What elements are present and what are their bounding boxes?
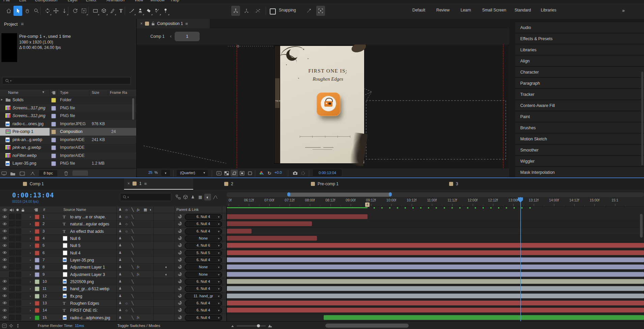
parent-link-dropdown[interactable]: 6. Null 4▾ <box>185 300 222 306</box>
parent-link-dropdown[interactable]: 5. Null 5▾ <box>185 250 222 256</box>
pan-camera-tool[interactable] <box>52 6 60 16</box>
layer-twirl-icon[interactable]: › <box>30 286 31 291</box>
layer-eye-toggle[interactable] <box>2 279 7 284</box>
layer-solo-cell[interactable] <box>16 257 21 263</box>
breadcrumb-back-icon[interactable]: ‹ <box>170 33 172 39</box>
layer-shy-icon[interactable]: ♟ <box>119 251 122 254</box>
twirl-icon[interactable]: ▸ <box>1 98 3 101</box>
parent-link-dropdown[interactable]: 6. Null 4▾ <box>185 257 222 263</box>
home-tool[interactable] <box>4 6 13 16</box>
layer-audio-cell[interactable] <box>9 272 15 277</box>
panel-tab-smoother[interactable]: Smoother <box>515 145 644 156</box>
layer-name[interactable]: Adjustment Layer 3 <box>70 272 105 277</box>
layer-twirl-icon[interactable]: › <box>30 236 31 240</box>
panel-tab-tracker[interactable]: Tracker <box>515 89 644 100</box>
pickwhip-icon[interactable] <box>178 250 182 255</box>
menu-item-window[interactable]: Window <box>150 0 165 2</box>
layer-collapse-icon[interactable]: ☼ <box>125 222 128 226</box>
project-row-1[interactable]: ▸SolidsFolder <box>0 96 136 104</box>
zoom-in-mountain-icon[interactable] <box>267 323 273 328</box>
layer-quality-icon[interactable]: ╲ <box>131 279 134 283</box>
breadcrumb-current[interactable]: 1 <box>175 32 200 41</box>
layer-collapse-icon[interactable]: ☼ <box>125 308 128 312</box>
new-composition-icon[interactable] <box>19 171 26 176</box>
project-scrollbar[interactable] <box>132 98 134 120</box>
menu-item-composition[interactable]: Composition <box>35 0 58 2</box>
layer-solo-cell[interactable] <box>16 307 21 313</box>
resolution-dropdown[interactable]: (Quarter)▾ <box>177 170 208 176</box>
pickwhip-icon[interactable] <box>178 272 182 276</box>
layer-eye-toggle[interactable] <box>2 243 7 248</box>
zoom-dropdown[interactable]: ▾ <box>161 170 170 176</box>
pickwhip-icon[interactable] <box>178 265 182 269</box>
panel-tab-mask-interpolation[interactable]: Mask Interpolation <box>515 167 644 178</box>
delete-icon[interactable] <box>63 171 69 176</box>
pickwhip-icon[interactable] <box>178 294 182 298</box>
zoom-tool[interactable] <box>32 6 41 16</box>
camera-frame-tool[interactable] <box>80 6 88 16</box>
layer-label-chip[interactable] <box>35 279 39 284</box>
layer-row-1[interactable]: ›1Tto any ...e or shape.♟☼╲6. Null 4▾ <box>0 213 644 220</box>
layer-name[interactable]: hand_gr...d-512.webp <box>70 286 109 291</box>
label-chip[interactable] <box>51 106 56 111</box>
selection-tool[interactable] <box>13 6 22 16</box>
layer-duration-bar[interactable] <box>227 301 644 305</box>
playhead-line[interactable] <box>520 197 521 321</box>
timeline-tab-2[interactable]: 2 <box>221 178 265 190</box>
layer-solo-cell[interactable] <box>16 300 21 306</box>
layer-row-5[interactable]: ›5Null 5♟╲4. Null 6▾ <box>0 242 644 249</box>
layer-quality-icon[interactable]: ╲ <box>131 258 134 262</box>
layer-audio-cell[interactable] <box>9 221 15 226</box>
layer-shy-icon[interactable]: ♟ <box>119 301 122 305</box>
toggle-expand-icon-2[interactable] <box>8 323 14 328</box>
layer-row-11[interactable]: ›11hand_gr...d-512.webp♟╲6. Null 4▾ <box>0 285 644 292</box>
layer-label-chip[interactable] <box>35 294 39 299</box>
layer-name[interactable]: An effect that adds <box>70 229 104 234</box>
fast-previews-icon[interactable] <box>215 170 223 176</box>
layer-eye-toggle[interactable] <box>2 236 7 241</box>
layer-quality-icon[interactable]: ╲ <box>131 272 134 276</box>
region-of-interest-icon[interactable] <box>231 170 238 176</box>
pickwhip-icon[interactable] <box>178 221 182 226</box>
layer-fx-icon[interactable]: fx <box>137 272 140 276</box>
navigator-handle-right[interactable] <box>389 192 392 196</box>
layer-solo-cell[interactable] <box>16 228 21 234</box>
timeline-zoom-handle[interactable] <box>257 324 260 327</box>
layer-twirl-icon[interactable]: › <box>30 308 31 312</box>
composition-viewer[interactable]: THE MOON ✦ ✦ ✦ FIRST ONE IS: Roughen Edg… <box>137 45 509 168</box>
puppet-pin-tool[interactable] <box>161 6 170 16</box>
layer-shy-icon[interactable]: ♟ <box>119 308 122 312</box>
layer-twirl-icon[interactable]: › <box>30 251 31 255</box>
layer-label-chip[interactable] <box>35 251 39 255</box>
mask-visibility-icon[interactable] <box>238 170 246 176</box>
layer-fx-icon[interactable]: fx <box>137 316 140 319</box>
layer-solo-cell[interactable] <box>16 236 21 241</box>
layer-shy-icon[interactable]: ♟ <box>119 258 122 262</box>
rectangle-tool[interactable] <box>91 6 100 16</box>
layer-eye-toggle[interactable] <box>2 300 7 306</box>
menu-item-help[interactable]: Help <box>171 0 179 2</box>
timeline-search-input[interactable]: ▾ <box>120 193 171 201</box>
close-icon[interactable]: × <box>127 181 130 186</box>
workspace-tab-default[interactable]: Default <box>412 8 425 12</box>
layer-duration-bar[interactable] <box>227 279 644 284</box>
label-chip[interactable] <box>51 130 56 134</box>
zoom-out-mountain-icon[interactable] <box>230 323 236 328</box>
parent-link-dropdown[interactable]: None▾ <box>185 272 222 278</box>
layer-row-2[interactable]: ›2Tnatural...egular edges♟☼╲6. Null 4▾ <box>0 220 644 227</box>
layer-shy-icon[interactable]: ♟ <box>119 316 122 319</box>
label-chip[interactable] <box>51 161 56 166</box>
project-column-headers[interactable]: Name ▼ Type Size Frame Ra <box>0 89 136 97</box>
layer-quality-icon[interactable]: ╲ <box>131 316 134 320</box>
panel-tab-align[interactable]: Align <box>515 56 644 66</box>
layer-label-chip[interactable] <box>35 222 39 226</box>
parent-link-dropdown[interactable]: 6. Null 4▾ <box>185 286 222 292</box>
parent-link-column[interactable]: Parent & Link <box>176 208 199 212</box>
frame-blending-icon[interactable]: ▦ <box>197 194 204 200</box>
graph-editor-icon[interactable] <box>212 194 218 200</box>
layer-twirl-icon[interactable]: › <box>30 279 31 283</box>
layer-twirl-icon[interactable]: › <box>30 316 31 320</box>
zoom-level[interactable]: 25 <box>148 170 152 174</box>
parent-link-dropdown[interactable]: 11. hand_gr▾ <box>185 293 222 299</box>
type-tool[interactable]: T <box>116 6 125 16</box>
